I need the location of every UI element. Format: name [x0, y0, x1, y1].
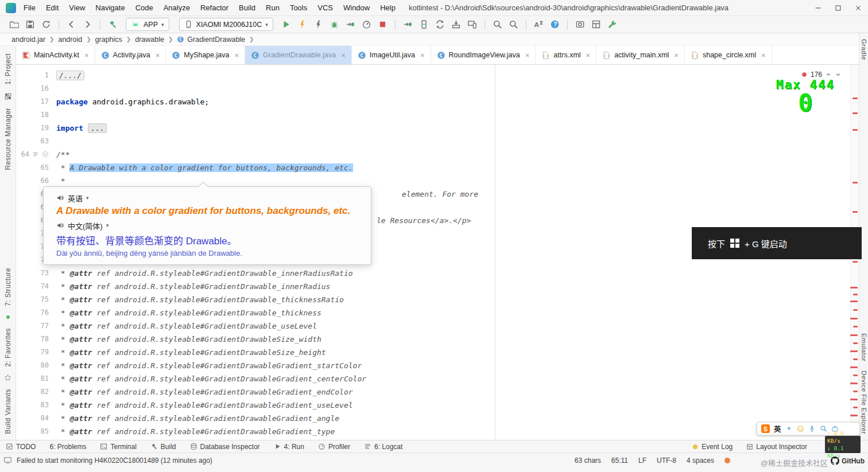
sidebar-item-emulator[interactable]: Emulator: [861, 333, 867, 361]
target-language-selector[interactable]: 中文(简体): [68, 220, 103, 231]
error-stripe-mark[interactable]: [852, 211, 858, 213]
line-number-gutter[interactable]: 65: [16, 161, 56, 174]
line-number-gutter[interactable]: 78: [16, 333, 56, 346]
save-icon[interactable]: [23, 18, 37, 31]
apply-changes-icon[interactable]: [295, 18, 309, 31]
code-line[interactable]: 17package android.graphics.drawable;: [16, 95, 850, 108]
status-widget-2[interactable]: LF: [638, 457, 646, 465]
status-widget-1[interactable]: 65:11: [611, 457, 628, 465]
code-line[interactable]: 79 * @attr ref android.R.styleable#Gradi…: [16, 346, 850, 359]
menu-help[interactable]: Help: [375, 0, 401, 16]
sparkle-icon[interactable]: [785, 425, 793, 432]
menu-analyze[interactable]: Analyze: [158, 0, 195, 16]
mic-icon[interactable]: [808, 425, 816, 432]
forward-icon[interactable]: [80, 18, 95, 31]
error-stripe-mark[interactable]: [853, 326, 858, 327]
error-stripe-mark[interactable]: [850, 415, 858, 416]
profiler-icon[interactable]: [359, 18, 374, 31]
stop-icon[interactable]: [375, 18, 390, 31]
error-stripe-mark[interactable]: [852, 112, 858, 114]
chevron-down-icon[interactable]: ▾: [86, 195, 89, 201]
code-line[interactable]: 81 * @attr ref android.R.styleable#Gradi…: [16, 372, 850, 385]
error-stripe-mark[interactable]: [850, 287, 858, 288]
code-line[interactable]: 63: [16, 135, 850, 148]
sidebar-item-structure[interactable]: 7: Structure: [4, 268, 12, 306]
code-line[interactable]: 85 * @attr ref android.R.styleable#Gradi…: [16, 425, 850, 438]
code-line[interactable]: 64/**: [16, 148, 850, 161]
translate-icon[interactable]: A: [532, 18, 546, 31]
line-number-gutter[interactable]: 77: [16, 319, 56, 333]
error-stripe-mark[interactable]: [853, 375, 858, 376]
find-icon[interactable]: [490, 18, 505, 31]
menu-run[interactable]: Run: [261, 0, 285, 16]
breadcrumb-item[interactable]: CGradientDrawable: [177, 36, 245, 44]
close-button[interactable]: [848, 0, 868, 16]
toolwindow-button-layout-inspector[interactable]: Layout Inspector: [746, 443, 807, 451]
resource-manager-icon[interactable]: [4, 92, 12, 100]
code-line[interactable]: 73 * @attr ref android.R.styleable#Gradi…: [16, 267, 850, 280]
menu-view[interactable]: View: [64, 0, 90, 16]
apply-code-changes-icon[interactable]: [311, 18, 326, 31]
line-number-gutter[interactable]: 75: [16, 293, 56, 306]
cleanup-icon[interactable]: [605, 18, 619, 31]
run-icon[interactable]: [279, 18, 293, 31]
code-line[interactable]: 83 * @attr ref android.R.styleable#Gradi…: [16, 399, 850, 412]
speaker-icon[interactable]: [56, 194, 64, 202]
debug-icon[interactable]: [327, 18, 342, 31]
error-stripe-mark[interactable]: [850, 334, 858, 336]
error-stripe-mark[interactable]: [852, 129, 858, 131]
error-stripe-mark[interactable]: [853, 309, 858, 311]
screen-capture-icon[interactable]: [573, 18, 587, 31]
open-icon[interactable]: [7, 18, 21, 31]
breadcrumb-item[interactable]: android: [58, 36, 82, 44]
menu-file[interactable]: File: [18, 0, 41, 16]
prev-error-icon[interactable]: [825, 71, 832, 78]
line-number-gutter[interactable]: 79: [16, 346, 56, 359]
line-number-gutter[interactable]: 18: [16, 108, 56, 122]
error-stripe-mark[interactable]: [850, 350, 858, 352]
tab-gradientdrawable-java[interactable]: CGradientDrawable.java×: [245, 46, 352, 64]
line-number-gutter[interactable]: 83: [16, 399, 56, 412]
menu-code[interactable]: Code: [130, 0, 158, 16]
error-stripe-mark[interactable]: [850, 301, 858, 302]
code-line[interactable]: 75 * @attr ref android.R.styleable#Gradi…: [16, 293, 850, 306]
error-stripe-mark[interactable]: [853, 358, 858, 360]
line-number-gutter[interactable]: 19: [16, 122, 56, 135]
sidebar-item-favorites[interactable]: 2: Favorites: [4, 328, 12, 367]
line-number-gutter[interactable]: 76: [16, 306, 56, 319]
code-line[interactable]: 76 * @attr ref android.R.styleable#Gradi…: [16, 306, 850, 319]
toolwindow-quick-access-icon[interactable]: [3, 456, 12, 465]
status-widget-4[interactable]: 4 spaces: [687, 457, 714, 465]
menu-vcs[interactable]: VCS: [312, 0, 338, 16]
attach-profiler-icon[interactable]: [343, 18, 358, 31]
next-error-icon[interactable]: [835, 71, 842, 78]
ime-language-toggle[interactable]: 英: [774, 423, 781, 434]
sdk-manager-icon[interactable]: [449, 18, 463, 31]
build-hammer-icon[interactable]: [106, 18, 120, 31]
line-number-gutter[interactable]: 16: [16, 82, 56, 95]
code-line[interactable]: 1/.../: [16, 69, 850, 82]
line-number-gutter[interactable]: 84: [16, 412, 56, 425]
search-everywhere-icon[interactable]: [506, 18, 521, 31]
device-select[interactable]: XIAOMI M2006J10C▾: [179, 18, 273, 31]
menu-window[interactable]: Window: [338, 0, 375, 16]
tab-myshape-java[interactable]: CMyShape.java×: [166, 46, 245, 64]
error-stripe-mark[interactable]: [852, 182, 858, 184]
comment-fold-icon[interactable]: [32, 151, 39, 158]
source-language-selector[interactable]: 英语: [68, 193, 83, 204]
breadcrumb-item[interactable]: drawable: [135, 36, 164, 44]
code-line[interactable]: 82 * @attr ref android.R.styleable#Gradi…: [16, 385, 850, 399]
close-tab-icon[interactable]: ×: [586, 51, 591, 60]
tab-activity-java[interactable]: CActivity.java×: [95, 46, 166, 64]
line-number-gutter[interactable]: 1: [16, 69, 56, 82]
notification-badge-icon[interactable]: [724, 458, 730, 463]
toolwindow-button-database-inspector[interactable]: Database Inspector: [190, 443, 260, 451]
line-number-gutter[interactable]: 63: [16, 135, 56, 148]
toolwindow-button-4-run[interactable]: 4: Run: [274, 443, 304, 451]
sync-icon[interactable]: [39, 18, 53, 31]
error-stripe-mark[interactable]: [853, 391, 858, 392]
menu-refactor[interactable]: Refactor: [195, 0, 234, 16]
close-tab-icon[interactable]: ×: [420, 51, 425, 60]
toolwindow-button-build[interactable]: Build: [150, 443, 176, 451]
minimize-button[interactable]: [808, 0, 828, 16]
